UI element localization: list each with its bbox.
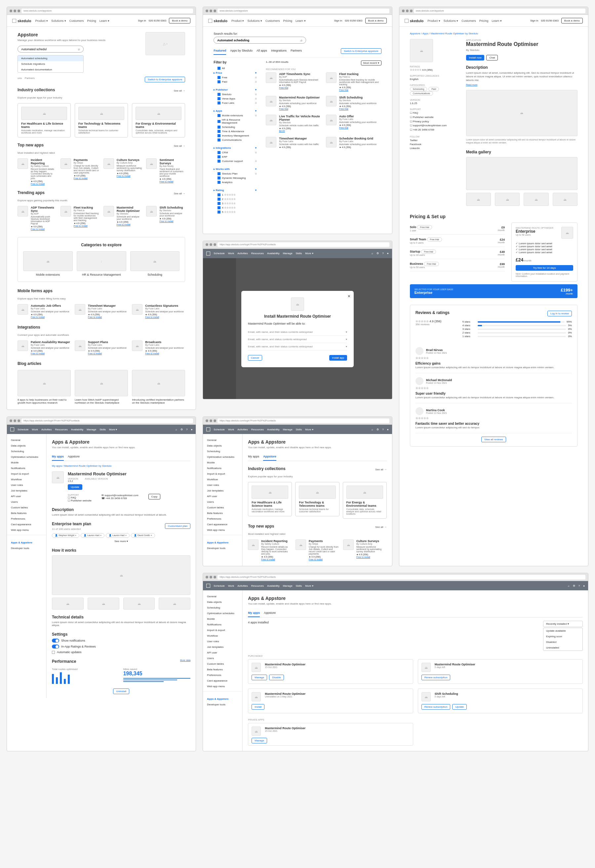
sidebar-item[interactable]: Beta features [203, 510, 242, 516]
nav-link[interactable]: Learn ▾ [99, 19, 110, 22]
sidebar-item[interactable]: Preferences [7, 516, 46, 522]
tab[interactable]: Partners [291, 47, 302, 55]
sidebar-item[interactable]: User roles [203, 639, 242, 644]
sidebar-item[interactable]: Import & export [203, 627, 242, 633]
industry-card[interactable]: ⛰For Technology & Telecomms teamsSchedul… [295, 482, 339, 516]
industry-card[interactable]: ⛰For Healthcare & Life Science teamsAuto… [248, 482, 292, 516]
customise-plan-button[interactable]: Customised plan [165, 523, 191, 529]
sidebar-item[interactable]: Custom tables [7, 505, 46, 510]
app-card[interactable]: ⛰Culture SurveysBy Culture AmpMeasure wo… [343, 539, 387, 561]
sidebar-item[interactable]: Preferences [203, 516, 242, 522]
nav-link[interactable]: Customers [69, 19, 84, 22]
sidebar-item[interactable]: Web app menu [203, 683, 242, 689]
app-card[interactable]: ⛰BroadcastsBy Fuse LabsSchedule and anal… [132, 341, 185, 355]
pricing-plan[interactable]: Small Team Free trialUp to 5 users£24/mo… [410, 235, 505, 247]
sidebar-item[interactable]: Users [203, 655, 242, 661]
app-card[interactable]: ⛰Contactless SignaturesBy Fuse LabsSched… [132, 304, 185, 318]
manage-button[interactable]: Manage [251, 738, 267, 743]
breadcrumb[interactable]: Appstore / Apps / Mastermind Route Optim… [410, 32, 577, 35]
app-card[interactable]: ⛰Mastermind Route OptimiserBy SkeduloAut… [266, 96, 321, 110]
sidebar-item[interactable]: Optimization schedules [203, 454, 242, 460]
url-bar[interactable]: www.skedulo.com/appstore [22, 9, 193, 13]
cancel-button[interactable]: Cancel [248, 355, 262, 361]
nav-link[interactable]: Product ▾ [427, 19, 440, 22]
sidebar-item[interactable]: Import & export [203, 471, 242, 477]
sidebar-item[interactable]: Custom tables [203, 505, 242, 510]
sidebar-item[interactable]: User roles [7, 482, 46, 488]
app-card[interactable]: ⛰Incident ReportingBy Safety CultureReco… [248, 539, 292, 561]
sort-dropdown[interactable]: Recently installed ▾ [543, 621, 583, 627]
search-input[interactable]: ⌕ [18, 46, 84, 53]
category-card[interactable]: ⛰Scheduling [130, 251, 180, 276]
sidebar-item[interactable]: Data objects [203, 443, 242, 449]
sidebar-item[interactable]: Beta features [203, 667, 242, 672]
app-card[interactable]: ⛰Auto OfferBy Fuse LabsAutomate scheduli… [326, 115, 381, 132]
sidebar-item[interactable]: Mobile [7, 460, 46, 465]
pricing-plan[interactable]: Solo Free trial1 user£9/month [410, 223, 505, 235]
app-card[interactable]: ⛰Incident ReportingBy Safety CultureReco… [18, 158, 56, 185]
see-all-link[interactable]: See all → [174, 89, 185, 92]
app-card[interactable]: ⛰Mastermind Route OptimiserBy SkeduloSch… [103, 206, 142, 230]
app-card[interactable]: ⛰PaymentsBy StripeCharge for work direct… [295, 539, 339, 561]
sidebar-item[interactable]: Beta features [7, 510, 46, 516]
category-card[interactable]: ⛰Mobile extensions [23, 251, 73, 276]
blog-card[interactable]: ⛰Introducing certified implementation pa… [132, 370, 185, 404]
sidebar-item[interactable]: Notifications [203, 465, 242, 471]
tab[interactable]: Apps by Skedulo [230, 47, 252, 55]
nav-link[interactable]: Pricing [87, 19, 96, 22]
update-button[interactable]: Update [68, 484, 82, 490]
user-chip[interactable]: 👤 Lauren Hart × [106, 533, 130, 538]
sidebar-item[interactable]: Workflow [203, 477, 242, 482]
search-input[interactable]: ⌕ [214, 37, 306, 44]
app-card[interactable]: ⛰ADP Timesheets SyncBy ADPAutomatically … [266, 72, 321, 91]
chat-button[interactable]: Chat [486, 55, 498, 61]
sidebar-item[interactable]: Users [7, 499, 46, 505]
user-chip[interactable]: 👤 Stephen Wright × [52, 533, 79, 538]
read-more-link[interactable]: Read more [466, 84, 577, 86]
app-card[interactable]: ⛰Sentiment SurveysBy Ask NicelyTrack fee… [146, 158, 185, 185]
app-card[interactable]: ⛰PaymentsBy StripeCharge for work direct… [61, 158, 99, 185]
toggle-ratings[interactable] [52, 645, 59, 648]
sidebar-item[interactable]: Job templates [203, 644, 242, 650]
app-card[interactable]: ⛰Fleet trackingBy Fleet.ioEmbedded fleet… [326, 72, 381, 91]
nav-link[interactable]: Customers [266, 19, 280, 22]
sidebar-item[interactable]: Workflow [7, 477, 46, 482]
login-review-button[interactable]: Log in to review [548, 311, 572, 316]
signin-link[interactable]: Sign in [138, 19, 146, 22]
sidebar-item[interactable]: General [7, 437, 46, 443]
sidebar-item[interactable]: Mobile [203, 616, 242, 622]
industry-card[interactable]: ⛰For Healthcare & Life Science teamsAuto… [18, 103, 71, 137]
sidebar-item[interactable]: Web app menu [203, 527, 242, 533]
sidebar-item[interactable]: Optimization schedules [7, 454, 46, 460]
user-chip[interactable]: 👤 Lauren Hart × [81, 533, 105, 538]
switch-enterprise-button[interactable]: Switch to Enterprise appstore [145, 77, 185, 82]
category-card[interactable]: ↓HR & Resource Management [77, 251, 126, 276]
sidebar-item[interactable]: Notifications [7, 465, 46, 471]
app-card[interactable]: ⛰Support PlansBy Fuse LabsSchedule and a… [75, 341, 128, 355]
app-card[interactable]: ⛰ADP Timesheets SyncBy ADPAutomatically … [18, 206, 56, 230]
sidebar-item[interactable]: Data objects [7, 443, 46, 449]
install-button[interactable]: Install now [466, 55, 484, 61]
toggle-notifications[interactable] [52, 639, 59, 642]
industry-card[interactable]: ⛰For Energy & Environmental teamsConsoli… [343, 482, 387, 519]
close-icon[interactable]: × [348, 294, 350, 299]
app-card[interactable]: ⛰Shift SchedulingBy SkeduloSchedule and … [146, 206, 185, 230]
industry-card[interactable]: ⛰For Technology & Telecomms teamsSchedul… [75, 103, 128, 137]
app-card[interactable]: ⛰Automatic Job OffersBy Fuse LabsSchedul… [18, 304, 71, 318]
view-all-reviews-button[interactable]: View all reviews [481, 437, 506, 442]
industry-card[interactable]: ⛰For Energy & Environmental teamsConsoli… [132, 103, 185, 137]
sidebar-item[interactable]: Web app menu [7, 527, 46, 533]
app-card[interactable]: ⛰Timesheet ManagerBy Fuse LabsSchedule v… [266, 137, 321, 149]
nav-link[interactable]: Customers [461, 19, 476, 22]
pricing-plan[interactable]: Business Free trialUp to 50 users£99/mon… [410, 259, 505, 272]
sidebar-item[interactable]: User roles [203, 482, 242, 488]
app-card[interactable]: ⛰Fleet trackingBy Fleet.ioEmbedded fleet… [61, 206, 99, 230]
tab[interactable]: All apps [257, 47, 267, 55]
sidebar-item[interactable]: Card appearance [203, 678, 242, 683]
sort-dropdown-menu[interactable]: Update availableExpiring soonDisabledUni… [543, 628, 583, 651]
app-card[interactable]: ⛰Shift SchedulingBy SkeduloAutomate sche… [326, 96, 381, 110]
sidebar-item[interactable]: Card appearance [203, 522, 242, 527]
app-card[interactable]: ⛰Live Traffic for Vehicle Route PlannerB… [266, 115, 321, 132]
sidebar-item[interactable]: Mobile [203, 460, 242, 465]
sidebar-item[interactable]: Import & export [7, 471, 46, 477]
